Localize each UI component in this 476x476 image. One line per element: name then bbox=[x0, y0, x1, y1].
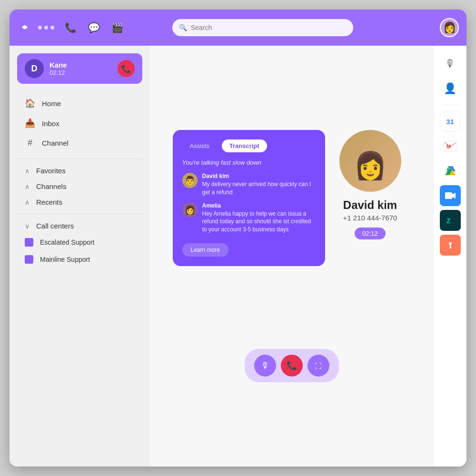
mainline-support-label: Mainline Support bbox=[40, 256, 90, 263]
person-panel-icon[interactable]: 👤 bbox=[440, 78, 461, 99]
chevron-up-favorites-icon: ∧ bbox=[25, 167, 30, 175]
sidebar-label-inbox: Inbox bbox=[42, 119, 60, 128]
sidebar-label-recents: Recents bbox=[36, 198, 62, 206]
sidebar-label-home: Home bbox=[42, 99, 61, 108]
david-kim-avatar: 👨 bbox=[182, 173, 198, 188]
inbox-icon: 📥 bbox=[25, 118, 35, 129]
caller-phone: +1 210 444-7670 bbox=[343, 214, 397, 222]
sidebar-label-callcenters: Call centers bbox=[36, 222, 74, 230]
sidebar-item-channel[interactable]: # Channel bbox=[13, 133, 146, 153]
call-area: Assists Transcript You're talking fast s… bbox=[173, 130, 411, 339]
sidebar-group-recents[interactable]: ∧ Recents bbox=[13, 194, 146, 210]
escalated-support-dot bbox=[25, 238, 33, 247]
end-call-button[interactable]: 📞 bbox=[118, 60, 135, 77]
mic-panel-icon[interactable]: 🎙 bbox=[440, 53, 461, 74]
caller-profile: 👩 David kim +1 210 444-7670 02:12 bbox=[339, 130, 401, 254]
sender-name-1: David kim bbox=[202, 173, 316, 179]
nav-section-main: 🏠 Home 📥 Inbox # Channel bbox=[10, 91, 150, 155]
mute-button[interactable]: 🎙 bbox=[254, 355, 276, 377]
status-dots bbox=[38, 26, 54, 30]
right-panel: 🎙 👤 31 M bbox=[433, 46, 466, 466]
sidebar-item-escalated-support[interactable]: Escalated Support bbox=[13, 234, 146, 251]
chat-message-1: 👨 David kim My delivery never arrived ho… bbox=[182, 173, 316, 197]
call-duration-badge: 02:12 bbox=[355, 228, 386, 239]
hubspot-icon[interactable] bbox=[440, 235, 461, 256]
call-card-time: 02:12 bbox=[50, 69, 112, 76]
svg-rect-4 bbox=[445, 192, 452, 199]
message-text-1: My delivery never arrived how quickly ca… bbox=[202, 180, 316, 197]
chat-message-2: 👩 Amelia Hey Amelia happy to help we can… bbox=[182, 202, 316, 234]
call-controls: 🎙 📞 ⛶ bbox=[245, 349, 339, 382]
sidebar-label-channels: Channels bbox=[36, 182, 66, 190]
sidebar-label-favorites: Favorites bbox=[36, 167, 66, 175]
search-bar[interactable]: 🔍 bbox=[172, 19, 353, 36]
sender-name-2: Amelia bbox=[202, 202, 316, 209]
caller-name: David kim bbox=[343, 198, 397, 212]
sidebar-item-inbox[interactable]: 📥 Inbox bbox=[13, 113, 146, 133]
phone-icon[interactable]: 📞 bbox=[62, 19, 79, 36]
home-icon: 🏠 bbox=[25, 98, 35, 109]
tab-transcript[interactable]: Transcript bbox=[222, 139, 267, 152]
sidebar-group-favorites[interactable]: ∧ Favorites bbox=[13, 163, 146, 178]
svg-text:M: M bbox=[446, 144, 451, 149]
amelia-avatar: 👩 bbox=[182, 202, 198, 218]
chevron-down-callcenters-icon: ∨ bbox=[25, 222, 30, 230]
chevron-up-recents-icon: ∧ bbox=[25, 198, 30, 206]
amelia-message: Amelia Hey Amelia happy to help we can i… bbox=[202, 202, 316, 234]
sidebar-label-channel: Channel bbox=[42, 139, 69, 147]
call-card-name: Kane bbox=[50, 61, 112, 69]
mainline-support-dot bbox=[25, 255, 33, 264]
search-icon: 🔍 bbox=[179, 24, 187, 31]
assist-tabs: Assists Transcript bbox=[182, 139, 316, 152]
learn-more-button[interactable]: Learn more bbox=[182, 243, 228, 257]
assist-card: Assists Transcript You're talking fast s… bbox=[173, 130, 325, 266]
tab-assists[interactable]: Assists bbox=[182, 139, 217, 152]
video-icon[interactable]: 🎬 bbox=[109, 19, 126, 36]
gmail-icon[interactable]: M bbox=[440, 136, 461, 157]
sidebar-group-channels[interactable]: ∧ Channels bbox=[13, 178, 146, 194]
nav-divider-2 bbox=[17, 214, 142, 214]
call-card-info: Kane 02:12 bbox=[50, 61, 112, 76]
caller-photo: 👩 bbox=[339, 130, 401, 192]
user-avatar[interactable]: 👩 bbox=[440, 18, 459, 37]
assist-hint: You're talking fast slow down bbox=[182, 159, 316, 166]
search-input[interactable] bbox=[191, 24, 347, 31]
channel-icon: # bbox=[25, 138, 35, 148]
sidebar-group-callcenters[interactable]: ∨ Call centers bbox=[13, 218, 146, 234]
escalated-support-label: Escalated Support bbox=[40, 238, 94, 246]
message-text-2: Hey Amelia happy to help we can issua a … bbox=[202, 210, 316, 234]
screen-share-button[interactable]: ⛶ bbox=[307, 355, 329, 377]
svg-rect-10 bbox=[450, 244, 451, 248]
svg-point-0 bbox=[23, 26, 26, 29]
active-call-card[interactable]: D Kane 02:12 📞 bbox=[17, 53, 142, 84]
sidebar-item-home[interactable]: 🏠 Home bbox=[13, 93, 146, 113]
panel-divider-1 bbox=[441, 105, 460, 105]
svg-text:Z: Z bbox=[446, 217, 451, 225]
top-bar: 📞 💬 🎬 🔍 👩 bbox=[10, 10, 466, 46]
main-content: D Kane 02:12 📞 🏠 Home 📥 Inbox # bbox=[10, 46, 466, 466]
zoom-icon[interactable] bbox=[440, 185, 461, 206]
message-icon[interactable]: 💬 bbox=[85, 19, 103, 36]
david-kim-message: David kim My delivery never arrived how … bbox=[202, 173, 316, 197]
zendesk-icon[interactable]: Z bbox=[440, 210, 461, 231]
center-panel: Assists Transcript You're talking fast s… bbox=[150, 46, 433, 466]
logo-icon bbox=[17, 20, 32, 35]
google-drive-icon[interactable] bbox=[440, 160, 461, 181]
hangup-button[interactable]: 📞 bbox=[281, 355, 303, 377]
sidebar-item-mainline-support[interactable]: Mainline Support bbox=[13, 251, 146, 268]
nav-divider-1 bbox=[17, 159, 142, 159]
sidebar: D Kane 02:12 📞 🏠 Home 📥 Inbox # bbox=[10, 46, 150, 466]
google-calendar-icon[interactable]: 31 bbox=[440, 111, 461, 132]
call-card-avatar: D bbox=[25, 59, 44, 78]
chevron-up-channels-icon: ∧ bbox=[25, 183, 30, 190]
